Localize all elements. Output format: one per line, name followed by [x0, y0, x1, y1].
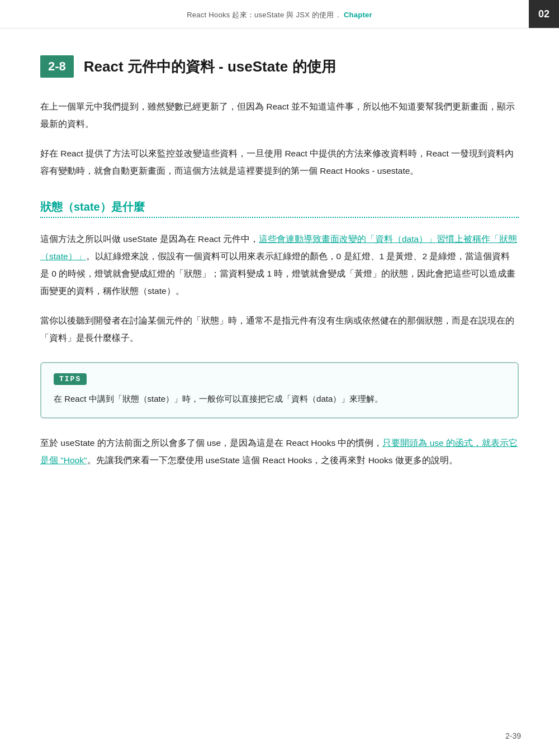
page-container: React Hooks 起來：useState 與 JSX 的使用． Chapt…: [0, 0, 559, 756]
tips-box: TIPS 在 React 中講到「狀態（state）」時，一般你可以直接把它成「…: [40, 362, 519, 419]
header-chapter-number: 02: [538, 8, 549, 20]
paragraph-5-part1: 至於 useState 的方法前面之所以會多了個 use，是因為這是在 Reac…: [40, 438, 382, 448]
paragraph-3: 這個方法之所以叫做 useState 是因為在 React 元件中，這些會連動導…: [40, 230, 519, 299]
sub-heading-underline: [40, 217, 519, 218]
paragraph-1-text: 在上一個單元中我們提到，雖然變數已經更新了，但因為 React 並不知道這件事，…: [40, 102, 515, 129]
page-number: 2-39: [505, 731, 521, 740]
header-chapter-label: Chapter: [344, 11, 372, 19]
main-content: 2-8 React 元件中的資料 - useState 的使用 在上一個單元中我…: [0, 28, 559, 515]
paragraph-1: 在上一個單元中我們提到，雖然變數已經更新了，但因為 React 並不知道這件事，…: [40, 98, 519, 132]
section-title-text: React 元件中的資料 - useState 的使用: [84, 57, 336, 77]
paragraph-4: 當你以後聽到開發者在討論某個元件的「狀態」時，通常不是指元件有沒有生病或依然健在…: [40, 312, 519, 346]
paragraph-2: 好在 React 提供了方法可以來監控並改變這些資料，一旦使用 React 中提…: [40, 145, 519, 179]
header-bar: React Hooks 起來：useState 與 JSX 的使用． Chapt…: [0, 0, 559, 28]
header-text: React Hooks 起來：useState 與 JSX 的使用． Chapt…: [187, 10, 372, 20]
header-main-text: React Hooks 起來：useState 與 JSX 的使用．: [187, 11, 342, 19]
sub-heading-row: 狀態（state）是什麼: [40, 199, 519, 218]
tips-badge: TIPS: [54, 373, 87, 385]
paragraph-3-before-link: 這個方法之所以叫做 useState 是因為在 React 元件中，: [40, 234, 259, 244]
paragraph-4-text: 當你以後聽到開發者在討論某個元件的「狀態」時，通常不是指元件有沒有生病或依然健在…: [40, 316, 514, 343]
paragraph-5: 至於 useState 的方法前面之所以會多了個 use，是因為這是在 Reac…: [40, 434, 519, 469]
sub-heading-text: 狀態（state）是什麼: [40, 199, 519, 215]
section-title-row: 2-8 React 元件中的資料 - useState 的使用: [40, 55, 519, 78]
header-chapter-box: 02: [529, 0, 559, 28]
paragraph-2-text: 好在 React 提供了方法可以來監控並改變這些資料，一旦使用 React 中提…: [40, 149, 514, 175]
tips-text: 在 React 中講到「狀態（state）」時，一般你可以直接把它成「資料（da…: [54, 391, 505, 407]
paragraph-5-after-link: 。先讓我們來看一下怎麼使用 useState 這個 React Hooks，之後…: [87, 455, 458, 465]
section-number-badge: 2-8: [40, 55, 74, 78]
paragraph-3-after-link: 。以紅綠燈來說，假設有一個資料可以用來表示紅綠燈的顏色，0 是紅燈、1 是黃燈、…: [40, 251, 515, 296]
